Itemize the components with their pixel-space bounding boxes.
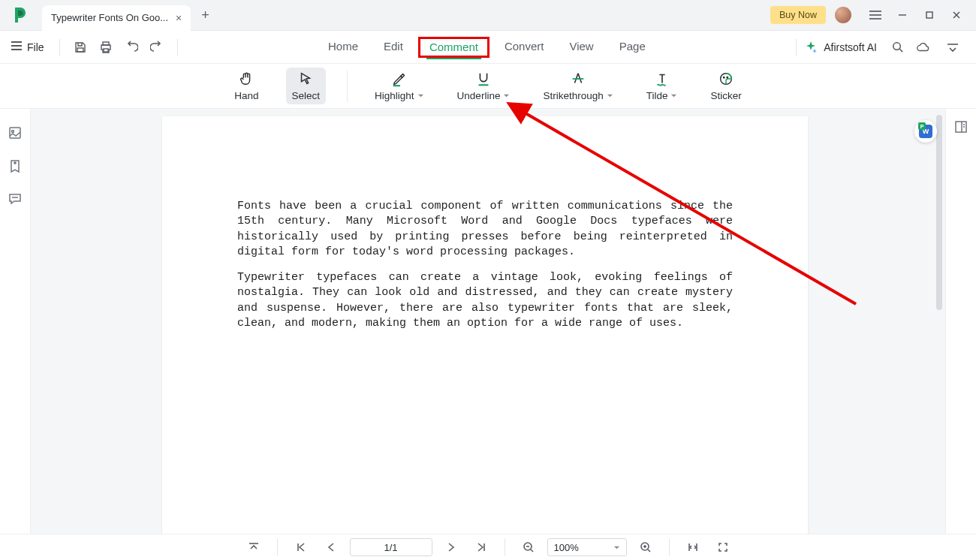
- svg-rect-10: [77, 48, 83, 52]
- tool-underline[interactable]: Underline: [451, 68, 517, 104]
- tool-select[interactable]: Select: [286, 68, 327, 104]
- svg-rect-12: [104, 49, 108, 52]
- svg-line-14: [899, 49, 902, 52]
- next-page-icon[interactable]: [440, 537, 462, 558]
- divider: [505, 539, 505, 555]
- highlight-icon: [391, 71, 408, 87]
- zoom-out-icon[interactable]: [517, 537, 540, 558]
- zoom-select[interactable]: 100%: [547, 538, 627, 556]
- chevron-down-icon[interactable]: [670, 90, 677, 101]
- chevron-down-icon: [613, 544, 620, 551]
- workspace: Fonts have been a crucial component of w…: [0, 109, 976, 534]
- svg-line-35: [531, 549, 533, 552]
- pdf-badge-icon: P: [918, 122, 926, 130]
- buy-now-button[interactable]: Buy Now: [770, 6, 826, 24]
- app-logo: [11, 6, 29, 24]
- page-number-input[interactable]: [350, 538, 432, 556]
- last-page-icon[interactable]: [470, 537, 493, 558]
- minimize-icon[interactable]: [889, 4, 916, 26]
- properties-panel-icon[interactable]: [953, 119, 968, 134]
- vertical-scrollbar[interactable]: [936, 115, 942, 310]
- menu-edit[interactable]: Edit: [381, 37, 406, 58]
- redo-icon[interactable]: [144, 35, 170, 60]
- sidebar-left: [0, 109, 31, 534]
- file-menu[interactable]: File: [11, 41, 44, 53]
- chevron-down-icon[interactable]: [607, 90, 613, 101]
- user-avatar[interactable]: [835, 7, 851, 23]
- save-icon[interactable]: [68, 35, 93, 60]
- print-icon[interactable]: [93, 35, 119, 60]
- comments-icon[interactable]: [8, 191, 23, 206]
- tool-label: Hand: [234, 90, 258, 101]
- document-canvas[interactable]: Fonts have been a crucial component of w…: [31, 109, 945, 534]
- sticker-icon: [718, 71, 734, 87]
- menu-home[interactable]: Home: [325, 37, 361, 58]
- ai-label: Afirstsoft AI: [824, 41, 877, 53]
- tool-label: Tilde: [646, 90, 668, 101]
- zoom-value: 100%: [554, 542, 579, 553]
- scroll-top-icon[interactable]: [242, 537, 265, 558]
- zoom-in-icon[interactable]: [634, 537, 657, 558]
- divider: [177, 39, 178, 56]
- paragraph: Fonts have been a crucial component of w…: [237, 199, 733, 260]
- hand-icon: [238, 71, 255, 87]
- divider: [277, 539, 278, 555]
- document-tab[interactable]: Typewriter Fonts On Goo... ×: [42, 5, 191, 31]
- divider: [59, 39, 60, 56]
- tool-hand[interactable]: Hand: [228, 68, 264, 104]
- new-tab-button[interactable]: +: [201, 8, 209, 23]
- maximize-icon[interactable]: [916, 4, 943, 26]
- svg-rect-4: [926, 12, 932, 18]
- tool-tilde[interactable]: Tilde: [640, 68, 684, 104]
- tab-title: Typewriter Fonts On Goo...: [51, 12, 168, 23]
- fullscreen-icon[interactable]: [712, 537, 734, 558]
- collapse-ribbon-icon[interactable]: [940, 35, 965, 60]
- menu-comment[interactable]: Comment: [426, 38, 481, 56]
- search-icon[interactable]: [884, 35, 910, 60]
- menu-view[interactable]: View: [566, 37, 596, 58]
- chevron-down-icon[interactable]: [503, 90, 510, 101]
- annotation-highlight-box: Comment: [418, 37, 490, 58]
- file-label: File: [27, 41, 44, 53]
- undo-icon[interactable]: [119, 35, 144, 60]
- svg-point-21: [727, 77, 727, 77]
- divider: [796, 39, 797, 56]
- cursor-icon: [297, 71, 314, 87]
- divider: [669, 539, 670, 555]
- sparkle-icon: [804, 41, 818, 54]
- tool-strikethrough[interactable]: Strikethrough: [537, 68, 619, 104]
- chevron-down-icon[interactable]: [417, 90, 424, 101]
- cloud-icon[interactable]: [910, 35, 935, 60]
- tilde-icon: [654, 71, 670, 87]
- prev-page-icon[interactable]: [320, 537, 342, 558]
- tool-highlight[interactable]: Highlight: [369, 68, 430, 104]
- close-window-icon[interactable]: [943, 4, 970, 26]
- statusbar: 100%: [0, 534, 976, 560]
- convert-to-word-button[interactable]: P W: [914, 120, 937, 143]
- tool-ribbon: Hand Select Highlight Underline Striketh…: [0, 64, 976, 109]
- menu-page[interactable]: Page: [616, 37, 649, 58]
- titlebar: Typewriter Fonts On Goo... × + Buy Now: [0, 0, 976, 31]
- tool-label: Strikethrough: [543, 90, 603, 101]
- first-page-icon[interactable]: [290, 537, 312, 558]
- tool-label: Highlight: [375, 90, 414, 101]
- menu-icon: [11, 41, 23, 53]
- svg-line-38: [648, 549, 650, 552]
- menubar: File Home Edit Comment Convert View Page…: [0, 31, 976, 64]
- tool-label: Underline: [457, 90, 501, 101]
- svg-point-20: [724, 77, 724, 77]
- page: Fonts have been a crucial component of w…: [162, 116, 808, 534]
- tool-sticker[interactable]: Sticker: [704, 68, 747, 104]
- paragraph: Typewriter typefaces can create a vintag…: [237, 270, 733, 331]
- divider: [347, 71, 348, 102]
- close-tab-icon[interactable]: ×: [176, 12, 182, 24]
- bookmarks-icon[interactable]: [8, 158, 23, 173]
- hamburger-menu-icon[interactable]: [862, 4, 889, 26]
- svg-point-13: [893, 43, 899, 50]
- thumbnails-icon[interactable]: [8, 125, 23, 140]
- menu-convert[interactable]: Convert: [502, 37, 547, 58]
- sidebar-right: [945, 109, 976, 534]
- underline-icon: [475, 71, 492, 87]
- fit-width-icon[interactable]: [682, 537, 704, 558]
- ai-assistant[interactable]: Afirstsoft AI: [804, 41, 877, 54]
